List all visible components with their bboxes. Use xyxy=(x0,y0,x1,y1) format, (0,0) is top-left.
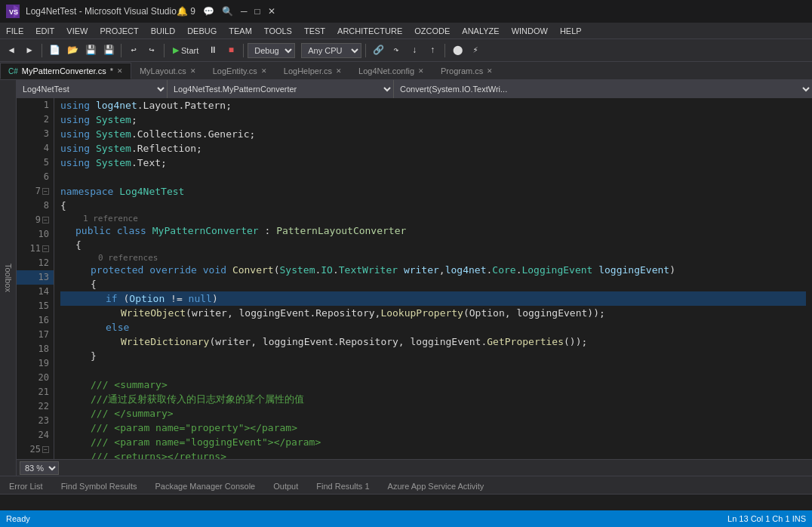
toolbox[interactable]: Toolbox xyxy=(0,80,17,476)
code-line-13: if (Option != null) xyxy=(60,291,806,306)
tab-error-list[interactable]: Error List xyxy=(0,477,52,494)
code-line-16: WriteDictionary(writer, loggingEvent.Rep… xyxy=(60,334,806,349)
menu-ozcode[interactable]: OZCODE xyxy=(408,23,456,39)
exception-btn[interactable]: ⚡ xyxy=(467,42,484,59)
menu-test[interactable]: TEST xyxy=(298,23,331,39)
tab-mylayout[interactable]: MyLayout.cs ✕ xyxy=(131,63,205,79)
new-file-btn[interactable]: 📄 xyxy=(46,42,63,59)
code-line-4: using System.Reflection; xyxy=(60,141,806,156)
tab-label: MyPatternConverter.cs xyxy=(22,66,106,76)
tab-close-2[interactable]: ✕ xyxy=(190,67,196,75)
breakpoint-btn[interactable]: ⬤ xyxy=(449,42,466,59)
tab-close-4[interactable]: ✕ xyxy=(336,67,342,75)
search-icon[interactable]: 🔍 xyxy=(222,6,233,17)
nav-class-select[interactable]: Log4NetTest xyxy=(17,80,168,98)
menu-edit[interactable]: EDIT xyxy=(29,23,60,39)
code-line-2: using System; xyxy=(60,112,806,127)
code-line-21: /// </summary> xyxy=(60,406,806,421)
code-line-19: /// <summary> xyxy=(60,378,806,392)
tab-logentity[interactable]: LogEntity.cs ✕ xyxy=(205,63,275,79)
menu-window[interactable]: WINDOW xyxy=(506,23,554,39)
pause-btn[interactable]: ⏸ xyxy=(205,42,221,59)
comment-icon[interactable]: 💬 xyxy=(203,6,214,17)
tab-find-results[interactable]: Find Results 1 xyxy=(307,477,378,494)
window-title: Log4NetTest - Microsoft Visual Studio xyxy=(26,6,177,17)
zoom-bar: 83 % xyxy=(17,459,812,476)
maximize-btn[interactable]: □ xyxy=(254,6,260,17)
save-btn[interactable]: 💾 xyxy=(82,42,99,59)
undo-btn[interactable]: ↩ xyxy=(125,42,142,59)
redo-btn[interactable]: ↪ xyxy=(143,42,160,59)
title-bar: VS Log4NetTest - Microsoft Visual Studio… xyxy=(0,0,812,23)
tab-close-5[interactable]: ✕ xyxy=(418,67,424,75)
menu-project[interactable]: PROJECT xyxy=(94,23,144,39)
bottom-tabs: Error List Find Symbol Results Package M… xyxy=(0,476,812,495)
tab-package-manager[interactable]: Package Manager Console xyxy=(146,477,265,494)
bottom-content xyxy=(0,495,812,510)
toolbar: ◀ ▶ 📄 📂 💾 💾 ↩ ↪ ▶ Start ⏸ ■ Debug Any CP… xyxy=(0,39,812,62)
code-line-3: using System.Collections.Generic; xyxy=(60,127,806,141)
minimize-btn[interactable]: ─ xyxy=(241,6,248,17)
menu-view[interactable]: VIEW xyxy=(60,23,94,39)
save-all-btn[interactable]: 💾 xyxy=(100,42,117,59)
code-line-9: public class MyPatternConverter : Patter… xyxy=(60,223,806,238)
menu-bar: FILE EDIT VIEW PROJECT BUILD DEBUG TEAM … xyxy=(0,23,812,39)
line-numbers: 1 2 3 4 5 6 7 − 8 9 − 10 11 − xyxy=(17,98,54,459)
forward-btn[interactable]: ▶ xyxy=(21,42,38,59)
code-line-23: /// <param name="loggingEvent"></param> xyxy=(60,435,806,449)
tab-label-5: Log4Net.config xyxy=(358,66,414,76)
start-btn[interactable]: ▶ Start xyxy=(168,44,203,57)
menu-architecture[interactable]: ARCHITECTURE xyxy=(331,23,408,39)
menu-analyze[interactable]: ANALYZE xyxy=(456,23,505,39)
vs-logo: VS xyxy=(6,5,20,18)
cpu-config-select[interactable]: Any CPU xyxy=(301,43,361,58)
menu-help[interactable]: HELP xyxy=(554,23,588,39)
code-line-15: else xyxy=(60,320,806,334)
tab-azure[interactable]: Azure App Service Activity xyxy=(379,477,494,494)
code-line-10: { xyxy=(60,238,806,252)
step-over-btn[interactable]: ↷ xyxy=(388,42,404,59)
editor-container: Log4NetTest Log4NetTest.MyPatternConvert… xyxy=(17,80,812,476)
menu-debug[interactable]: DEBUG xyxy=(181,23,223,39)
menu-tools[interactable]: TOOLS xyxy=(258,23,298,39)
tab-modified-indicator: * xyxy=(110,66,113,76)
code-area: Toolbox Log4NetTest Log4NetTest.MyPatter… xyxy=(0,80,812,476)
menu-team[interactable]: TEAM xyxy=(223,23,258,39)
back-btn[interactable]: ◀ xyxy=(3,42,20,59)
code-line-11: protected override void Convert(System.I… xyxy=(60,263,806,277)
tab-find-symbol[interactable]: Find Symbol Results xyxy=(52,477,146,494)
attach-btn[interactable]: 🔗 xyxy=(370,42,386,59)
tab-close-3[interactable]: ✕ xyxy=(261,67,267,75)
code-line-8: { xyxy=(60,199,806,213)
tab-icon: C# xyxy=(8,67,18,76)
tab-label-2: MyLayout.cs xyxy=(140,66,186,76)
close-btn[interactable]: ✕ xyxy=(268,6,275,17)
bottom-panel: Error List Find Symbol Results Package M… xyxy=(0,476,812,510)
code-editor[interactable]: 1 2 3 4 5 6 7 − 8 9 − 10 11 − xyxy=(17,98,812,459)
tab-mypatternconverter[interactable]: C# MyPatternConverter.cs * ✕ xyxy=(0,63,131,79)
code-line-17: } xyxy=(60,349,806,363)
tab-program[interactable]: Program.cs ✕ xyxy=(432,63,501,79)
stop-btn[interactable]: ■ xyxy=(223,42,239,59)
tab-bar: C# MyPatternConverter.cs * ✕ MyLayout.cs… xyxy=(0,62,812,80)
tab-loghelper[interactable]: LogHelper.cs ✕ xyxy=(275,63,350,79)
code-line-18 xyxy=(60,363,806,378)
code-content[interactable]: using log4net.Layout.Pattern; using Syst… xyxy=(54,98,812,459)
step-out-btn[interactable]: ↑ xyxy=(424,42,441,59)
code-line-24: /// <returns></returns> xyxy=(60,449,806,459)
code-line-22: /// <param name="property"></param> xyxy=(60,421,806,435)
zoom-select[interactable]: 83 % xyxy=(20,461,59,475)
debug-config-select[interactable]: Debug xyxy=(248,43,295,58)
tab-close-6[interactable]: ✕ xyxy=(487,67,493,75)
nav-member-select[interactable]: Log4NetTest.MyPatternConverter xyxy=(168,80,394,98)
menu-file[interactable]: FILE xyxy=(0,23,29,39)
menu-build[interactable]: BUILD xyxy=(145,23,181,39)
status-bar: Ready Ln 13 Col 1 Ch 1 INS xyxy=(0,510,812,527)
tab-log4netconfig[interactable]: Log4Net.config ✕ xyxy=(350,63,432,79)
code-line-7: namespace Log4NetTest xyxy=(60,184,806,199)
tab-close-icon[interactable]: ✕ xyxy=(117,67,123,75)
tab-output[interactable]: Output xyxy=(264,477,307,494)
nav-method-select[interactable]: Convert(System.IO.TextWri... xyxy=(394,80,812,98)
open-btn[interactable]: 📂 xyxy=(64,42,81,59)
step-into-btn[interactable]: ↓ xyxy=(406,42,423,59)
